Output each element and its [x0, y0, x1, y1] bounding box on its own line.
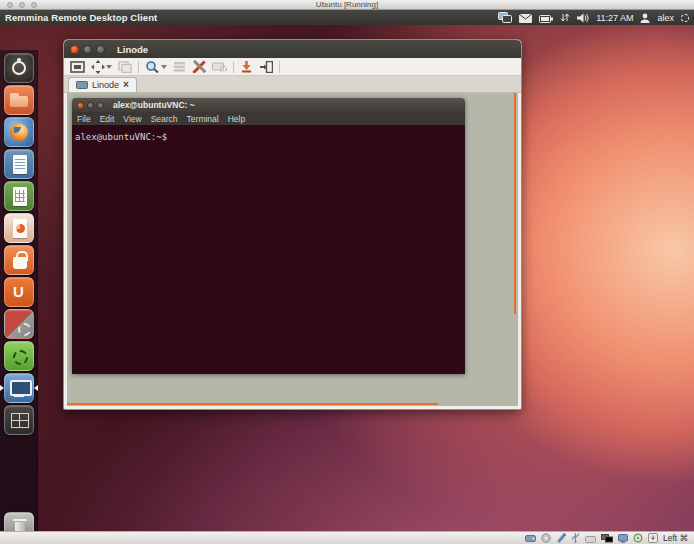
- disconnect-icon[interactable]: [240, 60, 253, 73]
- fullscreen-icon[interactable]: [70, 61, 85, 73]
- terminal-title: alex@ubuntuVNC: ~: [113, 100, 195, 110]
- ubuntu-one-glyph: U: [5, 278, 33, 306]
- network-icon[interactable]: [498, 9, 512, 27]
- remote-terminal-window: alex@ubuntuVNC: ~ File Edit View Search …: [72, 98, 465, 374]
- launcher-item-software-updater[interactable]: [0, 341, 38, 371]
- vbox-window-title: Ubuntu [Running]: [0, 0, 694, 10]
- libreoffice-calc-icon: [4, 181, 34, 211]
- session-gear-icon[interactable]: [681, 14, 689, 22]
- tab-connection-icon: [76, 81, 88, 90]
- remmina-tabbar: Linode ×: [64, 76, 521, 93]
- shared-folders-icon[interactable]: [585, 529, 596, 544]
- volume-icon[interactable]: [577, 9, 589, 27]
- vnc-canvas[interactable]: alex@ubuntuVNC: ~ File Edit View Search …: [67, 93, 518, 406]
- menu-edit[interactable]: Edit: [100, 114, 115, 124]
- minimize-button[interactable]: [83, 45, 92, 54]
- vbox-zoom-button[interactable]: [31, 2, 37, 8]
- toolbar-separator: [138, 61, 139, 73]
- battery-icon[interactable]: [539, 9, 553, 27]
- menu-terminal[interactable]: Terminal: [187, 114, 219, 124]
- virtualbox-vm-screen: Ubuntu [Running] Remmina Remote Desktop …: [0, 0, 694, 544]
- sync-arrows-icon[interactable]: [560, 9, 570, 27]
- toolbar-separator: [279, 61, 280, 73]
- scale-icon[interactable]: [145, 60, 167, 73]
- running-indicator-arrow: [0, 385, 4, 391]
- remote-desktop-edge-artifact: [514, 93, 516, 314]
- keyboard-icon[interactable]: [212, 61, 227, 72]
- home-folder-icon: [4, 85, 34, 115]
- usb-devices-icon[interactable]: [571, 529, 580, 544]
- tab-label: Linode: [92, 80, 119, 90]
- libreoffice-writer-icon: [4, 149, 34, 179]
- vbox-minimize-button[interactable]: [19, 2, 25, 8]
- mail-icon[interactable]: [519, 9, 532, 27]
- switch-tab-icon[interactable]: [118, 61, 132, 73]
- tools-icon[interactable]: [192, 60, 206, 73]
- tab-linode[interactable]: Linode ×: [68, 77, 137, 92]
- keyboard-capture-icon[interactable]: [648, 529, 658, 544]
- focused-indicator-arrow: [34, 385, 38, 391]
- terminal-body[interactable]: alex@ubuntuVNC:~$: [72, 125, 465, 374]
- terminal-window-buttons: [77, 102, 104, 109]
- window-title: Linode: [117, 44, 148, 55]
- grab-input-icon[interactable]: [173, 61, 186, 72]
- vbox-close-button[interactable]: [7, 2, 13, 8]
- terminal-menubar: File Edit View Search Terminal Help: [72, 112, 465, 125]
- launcher-item-firefox[interactable]: [0, 117, 38, 147]
- remmina-window: Linode Linode ×: [63, 39, 522, 410]
- audio-icon[interactable]: [556, 529, 566, 544]
- terminal-minimize-button[interactable]: [87, 102, 94, 109]
- launcher-item-system-settings[interactable]: [0, 309, 38, 339]
- toolbar-separator: [233, 61, 234, 73]
- software-updater-icon: [4, 341, 34, 371]
- vbox-window-buttons[interactable]: [7, 2, 37, 8]
- menu-view[interactable]: View: [123, 114, 141, 124]
- username[interactable]: alex: [657, 13, 674, 23]
- firefox-icon: [4, 117, 34, 147]
- hard-disks-icon[interactable]: [525, 529, 536, 544]
- launcher-item-libreoffice-writer[interactable]: [0, 149, 38, 179]
- user-icon[interactable]: [640, 9, 650, 27]
- launcher-item-libreoffice-calc[interactable]: [0, 181, 38, 211]
- tab-close-icon[interactable]: ×: [123, 80, 129, 90]
- desktop: U Linode: [0, 25, 694, 531]
- fit-window-icon[interactable]: [91, 60, 112, 74]
- menu-help[interactable]: Help: [228, 114, 245, 124]
- remmina-titlebar[interactable]: Linode: [64, 40, 521, 58]
- launcher-item-ubuntu-one[interactable]: U: [0, 277, 38, 307]
- shell-prompt: alex@ubuntuVNC:~$: [75, 132, 167, 142]
- terminal-titlebar[interactable]: alex@ubuntuVNC: ~: [72, 98, 465, 112]
- vbox-titlebar: Ubuntu [Running]: [0, 0, 694, 10]
- launcher-item-remmina[interactable]: [0, 373, 38, 403]
- launcher-item-libreoffice-impress[interactable]: [0, 213, 38, 243]
- optical-drives-icon[interactable]: [541, 529, 551, 544]
- libreoffice-impress-icon: [4, 213, 34, 243]
- unity-launcher: U: [0, 50, 38, 544]
- remote-desktop-edge-artifact: [67, 403, 438, 405]
- dash-home-icon: [4, 53, 34, 83]
- terminal-close-button[interactable]: [77, 102, 84, 109]
- maximize-button[interactable]: [96, 45, 105, 54]
- host-key-label: Left ⌘: [663, 533, 688, 543]
- network-adapters-icon[interactable]: [601, 529, 613, 544]
- launcher-item-dash-home[interactable]: [0, 53, 38, 83]
- dropdown-caret-icon[interactable]: [106, 65, 112, 69]
- vbox-statusbar: Left ⌘: [0, 531, 694, 544]
- menu-file[interactable]: File: [77, 114, 91, 124]
- launcher-item-software-center[interactable]: [0, 245, 38, 275]
- panel-app-title[interactable]: Remmina Remote Desktop Client: [5, 12, 157, 23]
- ubuntu-one-icon: U: [4, 277, 34, 307]
- mouse-integration-icon[interactable]: [633, 529, 643, 544]
- launcher-item-workspace-switcher[interactable]: [0, 405, 38, 435]
- terminal-maximize-button[interactable]: [97, 102, 104, 109]
- window-buttons: [70, 45, 105, 54]
- remmina-toolbar: [64, 58, 521, 76]
- remmina-icon: [4, 373, 34, 403]
- close-button[interactable]: [70, 45, 79, 54]
- launcher-item-home-folder[interactable]: [0, 85, 38, 115]
- exit-icon[interactable]: [259, 61, 273, 73]
- clock[interactable]: 11:27 AM: [596, 13, 633, 23]
- display-icon[interactable]: [618, 529, 628, 544]
- menu-search[interactable]: Search: [151, 114, 178, 124]
- dropdown-caret-icon[interactable]: [161, 65, 167, 69]
